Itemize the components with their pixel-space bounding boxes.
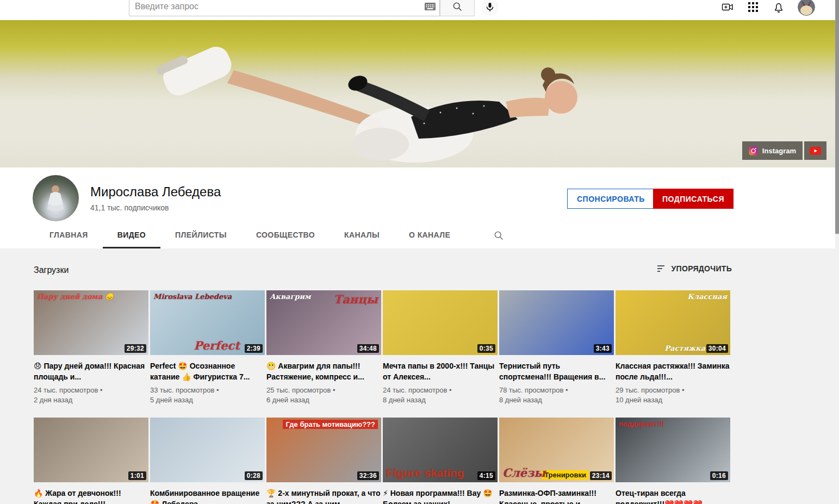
video-card[interactable]: ТанцыАквагрим 34:48 😬 Аквагрим для папы!… xyxy=(266,290,381,405)
subscribe-button[interactable]: ПОДПИСАТЬСЯ xyxy=(653,189,734,209)
video-thumbnail[interactable]: 0:28 xyxy=(150,418,265,482)
tab-home[interactable]: ГЛАВНАЯ xyxy=(35,222,103,248)
scrollbar[interactable] xyxy=(835,0,839,504)
video-title[interactable]: Тернистый путь спортсмена!!! Вращения в.… xyxy=(499,360,614,382)
notifications-bell-icon[interactable] xyxy=(772,1,785,14)
sort-icon xyxy=(657,265,667,272)
video-thumbnail[interactable]: поддержит!!! 0:16 xyxy=(616,418,730,482)
video-thumbnail[interactable]: 1:01 xyxy=(34,418,148,482)
instagram-label: Instagram xyxy=(762,147,796,155)
video-card[interactable]: 1:01 🔥 Жара от девчонок!!! Каждая при де… xyxy=(34,418,148,504)
subscriber-count: 41,1 тыс. подписчиков xyxy=(90,203,169,212)
video-meta: 24 тыс. просмотров • 8 дней назад xyxy=(383,385,498,405)
tab-channels[interactable]: КАНАЛЫ xyxy=(330,222,394,248)
apps-grid-icon[interactable] xyxy=(747,1,760,14)
video-meta: 24 тыс. просмотров • 2 дня назад xyxy=(34,385,148,405)
tab-community[interactable]: СООБЩЕСТВО xyxy=(241,222,330,248)
video-thumbnail[interactable]: Figure skating 4:15 xyxy=(383,418,498,482)
keyboard-icon[interactable] xyxy=(421,0,439,16)
search-input[interactable] xyxy=(129,0,421,16)
video-thumbnail[interactable]: Где брать мотивацию??? 32:36 xyxy=(266,418,381,482)
channel-tabs: ГЛАВНАЯВИДЕОПЛЕЙЛИСТЫСООБЩЕСТВОКАНАЛЫО К… xyxy=(35,222,509,248)
channel-banner: Instagram xyxy=(0,20,835,167)
masthead-actions xyxy=(721,0,815,16)
thumbnail-overlay-text: Танцы xyxy=(334,293,378,306)
section-title: Загрузки xyxy=(34,265,69,275)
video-meta: 25 тыс. просмотров • 6 дней назад xyxy=(266,385,381,405)
channel-search-icon[interactable] xyxy=(488,222,509,248)
thumbnail-overlay-text: Пару дней дома 😞 xyxy=(37,293,114,301)
thumbnail-overlay-text: Аквагрим xyxy=(270,293,310,301)
video-card[interactable]: Figure skating 4:15 ⚡ Новая программа!!!… xyxy=(383,418,498,504)
video-title[interactable]: 🏆 2-х минутный прокат, а что за ним??? А… xyxy=(266,488,381,504)
video-title[interactable]: Комбинированное вращение 🤩 Лебедева... xyxy=(150,488,265,504)
video-meta: 78 тыс. просмотров • 8 дней назад xyxy=(499,385,614,405)
video-title[interactable]: Классная растяжка!!! Заминка после льда!… xyxy=(616,360,730,382)
thumbnail-overlay-text: Слёзы xyxy=(502,466,545,480)
video-title[interactable]: Perfect 🤩 Осознанное катание 👍 Фигуристк… xyxy=(150,360,265,382)
video-duration-badge: 32:36 xyxy=(357,471,379,480)
search-button[interactable] xyxy=(440,0,475,16)
microphone-button[interactable] xyxy=(481,0,499,16)
video-card[interactable]: PerfectMiroslava Lebedeva 2:39 Perfect 🤩… xyxy=(150,290,265,405)
video-title[interactable]: Отец-тиран всегда поддержит!!!❤️❤️❤️❤️..… xyxy=(616,488,730,504)
sort-button[interactable]: УПОРЯДОЧИТЬ xyxy=(657,264,732,273)
video-thumbnail[interactable]: РастяжкаКлассная 30:04 xyxy=(616,290,730,355)
video-duration-badge: 3:43 xyxy=(594,344,612,353)
video-title[interactable]: 🔥 Жара от девчонок!!! Каждая при деле!!!… xyxy=(34,488,148,504)
thumbnail-overlay-text: Тренировки xyxy=(542,470,589,480)
tab-playlists[interactable]: ПЛЕЙЛИСТЫ xyxy=(160,222,241,248)
banner-social-links: Instagram xyxy=(742,141,826,160)
video-duration-badge: 1:01 xyxy=(128,471,146,480)
video-meta: 33 тыс. просмотров • 5 дней назад xyxy=(150,385,265,405)
video-title[interactable]: ⚡ Новая программа!!! Вау 🤩 Болеем за наш… xyxy=(383,488,498,504)
tab-videos[interactable]: ВИДЕО xyxy=(103,222,160,248)
video-duration-badge: 0:16 xyxy=(710,471,728,480)
video-duration-badge: 0:28 xyxy=(245,471,263,480)
video-thumbnail[interactable]: 0:35 xyxy=(383,290,498,355)
tab-about[interactable]: О КАНАЛЕ xyxy=(394,222,465,248)
video-title[interactable]: 😞 Пару дней дома!!! Красная площадь и... xyxy=(34,360,148,382)
video-duration-badge: 34:48 xyxy=(357,344,379,353)
videos-section: Загрузки УПОРЯДОЧИТЬ Пару дней дома 😞 29… xyxy=(0,248,835,504)
video-thumbnail[interactable]: 3:43 xyxy=(499,290,614,355)
video-thumbnail[interactable]: Пару дней дома 😞 29:32 xyxy=(34,290,148,355)
video-card[interactable]: ТренировкиСлёзы 23:14 Разминка-ОФП-замин… xyxy=(499,418,614,504)
video-duration-badge: 23:14 xyxy=(590,471,612,480)
channel-name: Мирослава Лебедева xyxy=(90,184,221,200)
video-title[interactable]: 😬 Аквагрим для папы!!! Растяжение, компр… xyxy=(266,360,381,382)
scrollbar-thumb[interactable] xyxy=(835,0,839,234)
thumbnail-overlay-text: Растяжка xyxy=(664,344,705,352)
video-card[interactable]: Пару дней дома 😞 29:32 😞 Пару дней дома!… xyxy=(34,290,148,405)
user-avatar[interactable] xyxy=(798,0,815,16)
masthead xyxy=(0,0,835,20)
video-thumbnail[interactable]: ТанцыАквагрим 34:48 xyxy=(266,290,381,355)
video-card[interactable]: 0:28 Комбинированное вращение 🤩 Лебедева… xyxy=(150,418,265,504)
video-card[interactable]: поддержит!!! 0:16 Отец-тиран всегда подд… xyxy=(616,418,730,504)
thumbnail-overlay-text: Классная xyxy=(687,293,727,301)
thumbnail-overlay-text: Perfect xyxy=(194,339,240,352)
video-thumbnail[interactable]: ТренировкиСлёзы 23:14 xyxy=(499,418,614,482)
video-card[interactable]: Где брать мотивацию??? 32:36 🏆 2-х минут… xyxy=(266,418,381,504)
channel-header: Мирослава Лебедева 41,1 тыс. подписчиков… xyxy=(0,167,835,248)
instagram-link[interactable]: Instagram xyxy=(742,141,803,160)
video-duration-badge: 2:39 xyxy=(245,344,263,353)
video-duration-badge: 30:04 xyxy=(706,344,728,353)
channel-avatar xyxy=(33,175,79,221)
video-card[interactable]: РастяжкаКлассная 30:04 Классная растяжка… xyxy=(616,290,730,405)
thumbnail-overlay-text: поддержит!!! xyxy=(619,420,664,428)
video-card[interactable]: 0:35 Мечта папы в 2000-х!!! Танцы от Але… xyxy=(383,290,498,405)
video-duration-badge: 0:35 xyxy=(477,344,495,353)
video-duration-badge: 29:32 xyxy=(125,344,146,353)
banner-image xyxy=(0,20,835,167)
thumbnail-overlay-text: Miroslava Lebedeva xyxy=(153,293,232,301)
video-title[interactable]: Разминка-ОФП-заминка!!! Классные, просты… xyxy=(499,488,614,504)
create-video-icon[interactable] xyxy=(721,1,734,14)
video-thumbnail[interactable]: PerfectMiroslava Lebedeva 2:39 xyxy=(150,290,265,355)
search-box[interactable] xyxy=(129,0,440,16)
youtube-link[interactable] xyxy=(804,141,826,160)
thumbnail-overlay-text: Figure skating xyxy=(386,466,464,480)
video-card[interactable]: 3:43 Тернистый путь спортсмена!!! Вращен… xyxy=(499,290,614,405)
video-title[interactable]: Мечта папы в 2000-х!!! Танцы от Алексея.… xyxy=(383,360,498,382)
sponsor-button[interactable]: СПОНСИРОВАТЬ xyxy=(567,189,655,209)
